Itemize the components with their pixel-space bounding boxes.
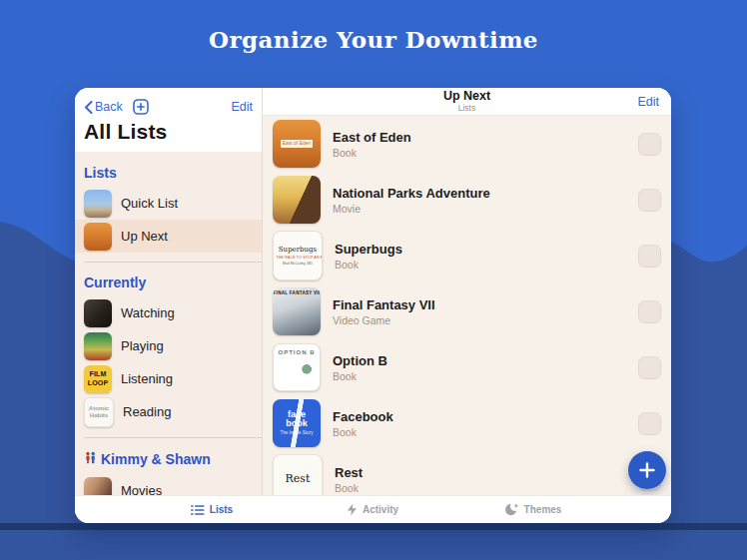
section-header: Kimmy & Shawn bbox=[101, 451, 211, 467]
item-category: Video Game bbox=[333, 314, 435, 326]
sidebar-item-playing[interactable]: Playing bbox=[75, 329, 262, 362]
tab-label: Activity bbox=[363, 504, 398, 515]
thumbnail-optionb: OPTION B bbox=[273, 343, 321, 391]
cover-text: Atomic bbox=[89, 405, 109, 412]
item-category: Book bbox=[333, 147, 411, 159]
sidebar-item-watching[interactable]: Watching bbox=[75, 296, 262, 329]
sidebar-section: Currently Watching Playing FILMLOOP List… bbox=[75, 263, 262, 438]
item-checkbox[interactable] bbox=[638, 412, 661, 435]
sidebar-title: All Lists bbox=[84, 120, 253, 144]
cover-text: Rest bbox=[286, 473, 311, 486]
back-button[interactable]: Back bbox=[84, 100, 123, 114]
thumbnail-facebook: facebookThe Inside Story bbox=[273, 399, 321, 447]
cover-text: Matt McCarthy, MD bbox=[283, 262, 313, 266]
item-checkbox[interactable] bbox=[638, 133, 661, 156]
sidebar-item-label: Watching bbox=[121, 305, 175, 320]
list-items: East of Eden East of Eden Book National … bbox=[263, 116, 671, 523]
item-title: National Parks Adventure bbox=[333, 186, 490, 201]
cover-text: The Inside Story bbox=[281, 430, 314, 435]
item-title: Rest bbox=[335, 465, 363, 480]
plus-square-icon bbox=[133, 99, 149, 115]
cover-text: OPTION B bbox=[278, 349, 315, 356]
section-header: Currently bbox=[84, 275, 146, 290]
cover-text: FINAL FANTASY VII bbox=[274, 290, 321, 295]
sidebar-item-quick-list[interactable]: Quick List bbox=[75, 187, 262, 220]
sidebar-item-listening[interactable]: FILMLOOP Listening bbox=[75, 362, 262, 395]
item-checkbox[interactable] bbox=[638, 300, 661, 323]
sidebar-header: Back Edit All Lists bbox=[75, 88, 262, 152]
sidebar-section: Lists Quick List East of Eden Up Next bbox=[75, 152, 262, 263]
add-list-button[interactable] bbox=[133, 99, 149, 115]
thumbnail-filmloop: FILMLOOP bbox=[84, 365, 112, 393]
list-item-final-fantasy-vii[interactable]: FINAL FANTASY VII Final Fantasy VII Vide… bbox=[263, 283, 671, 339]
section-header: Lists bbox=[84, 165, 117, 181]
sidebar-item-label: Playing bbox=[121, 338, 164, 353]
item-title: Superbugs bbox=[335, 242, 402, 257]
thumbnail-superbugs: SuperbugsTHE RACE TO STOP AN EPIDEMICMat… bbox=[273, 231, 323, 280]
main-edit-button[interactable]: Edit bbox=[637, 88, 659, 115]
item-checkbox[interactable] bbox=[638, 189, 661, 212]
cover-text: LOOP bbox=[88, 379, 109, 387]
cover-text: THE RACE TO STOP AN EPIDEMIC bbox=[276, 256, 319, 260]
item-title: Final Fantasy VII bbox=[333, 297, 435, 312]
tab-bar: Lists Activity Themes bbox=[75, 495, 671, 523]
sidebar-item-reading[interactable]: AtomicHabits Reading bbox=[75, 395, 262, 428]
tab-label: Lists bbox=[210, 504, 233, 515]
add-item-button[interactable] bbox=[628, 451, 666, 489]
thumbnail-natparks bbox=[273, 176, 321, 224]
item-category: Book bbox=[335, 482, 363, 494]
back-label: Back bbox=[95, 100, 123, 114]
thumbnail-east-eden: East of Eden bbox=[84, 223, 112, 251]
thumbnail-atomic: AtomicHabits bbox=[84, 397, 114, 427]
sidebar-item-label: Reading bbox=[123, 404, 171, 419]
list-item-superbugs[interactable]: SuperbugsTHE RACE TO STOP AN EPIDEMICMat… bbox=[263, 228, 671, 283]
sidebar-item-up-next[interactable]: East of Eden Up Next bbox=[75, 220, 262, 253]
tab-lists[interactable]: Lists bbox=[191, 496, 233, 523]
list-title: Up Next bbox=[443, 90, 490, 104]
tab-activity[interactable]: Activity bbox=[347, 496, 398, 523]
item-checkbox[interactable] bbox=[638, 356, 661, 379]
cover-text: East of Eden bbox=[281, 140, 314, 148]
cover-text: Superbugs bbox=[279, 246, 317, 254]
sidebar-nav: Back Edit bbox=[84, 97, 253, 117]
plus-icon bbox=[638, 461, 656, 479]
thumbnail-playing bbox=[84, 332, 112, 360]
cover-text: FILM bbox=[89, 370, 106, 378]
cover-text: Habits bbox=[90, 412, 108, 419]
list-item-east-of-eden[interactable]: East of Eden East of Eden Book bbox=[263, 116, 671, 172]
list-item-facebook[interactable]: facebookThe Inside Story Facebook Book bbox=[263, 395, 671, 451]
thumbnail-east-eden: East of Eden bbox=[273, 120, 321, 168]
sidebar-item-label: Up Next bbox=[121, 229, 168, 244]
item-checkbox[interactable] bbox=[638, 245, 661, 268]
activity-icon bbox=[347, 503, 358, 516]
item-category: Movie bbox=[333, 203, 490, 215]
sidebar-item-label: Quick List bbox=[121, 196, 178, 211]
item-title: East of Eden bbox=[333, 130, 411, 145]
page-title: Organize Your Downtime bbox=[0, 26, 747, 53]
tab-label: Themes bbox=[524, 504, 562, 515]
sidebar-item-label: Listening bbox=[121, 371, 173, 386]
sidebar: Back Edit All Lists Lists Quick List Eas… bbox=[75, 88, 262, 523]
lists-icon bbox=[191, 504, 205, 516]
item-title: Option B bbox=[333, 353, 387, 368]
thumbnail-walle bbox=[84, 190, 112, 218]
sidebar-edit-button[interactable]: Edit bbox=[231, 100, 253, 114]
app-window: Back Edit All Lists Lists Quick List Eas… bbox=[75, 88, 671, 523]
list-item-option-b[interactable]: OPTION B Option B Book bbox=[263, 339, 671, 395]
list-item-national-parks-adventure[interactable]: National Parks Adventure Movie bbox=[263, 172, 671, 228]
tab-themes[interactable]: Themes bbox=[505, 496, 562, 523]
screen: Organize Your Downtime Back Edit All Lis… bbox=[0, 0, 747, 560]
thumbnail-ff7: FINAL FANTASY VII bbox=[273, 287, 321, 335]
thumbnail-watching bbox=[84, 299, 112, 327]
item-category: Book bbox=[333, 370, 387, 382]
themes-icon bbox=[505, 503, 519, 516]
back-chevron-icon bbox=[84, 101, 93, 114]
item-title: Facebook bbox=[333, 409, 393, 424]
item-category: Book bbox=[335, 259, 402, 271]
couple-emoji bbox=[84, 450, 97, 468]
item-category: Book bbox=[333, 426, 393, 438]
list-panel: Up Next Lists Edit East of Eden East of … bbox=[262, 88, 671, 523]
cover-text: book bbox=[286, 419, 308, 428]
list-subtitle: Lists bbox=[458, 104, 475, 113]
list-panel-header: Up Next Lists Edit bbox=[263, 88, 671, 116]
